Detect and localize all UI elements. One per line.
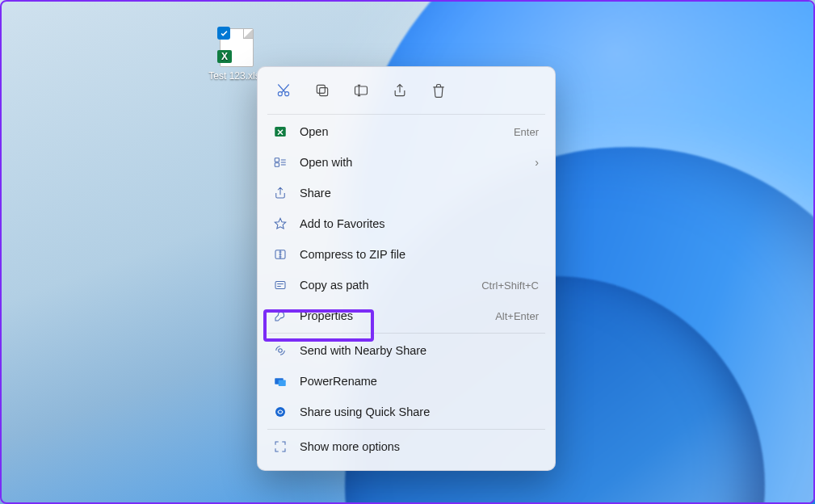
svg-rect-6 xyxy=(275,158,279,162)
wrench-icon xyxy=(272,308,288,324)
chevron-right-icon: › xyxy=(535,156,539,169)
menu-item-label: Properties xyxy=(300,309,484,322)
menu-item-compress[interactable]: Compress to ZIP file xyxy=(263,239,550,270)
svg-rect-3 xyxy=(317,85,325,93)
menu-item-label: Compress to ZIP file xyxy=(300,248,539,261)
menu-item-hint: Alt+Enter xyxy=(495,310,539,322)
menu-item-label: Send with Nearby Share xyxy=(300,344,539,357)
quick-actions-row xyxy=(263,74,550,112)
menu-item-hint: Enter xyxy=(514,126,539,138)
svg-rect-12 xyxy=(279,380,286,387)
svg-point-1 xyxy=(285,92,289,96)
star-icon xyxy=(272,216,288,232)
menu-item-powerrename[interactable]: PowerRename xyxy=(263,366,550,397)
menu-item-open[interactable]: Open Enter xyxy=(263,116,550,147)
separator xyxy=(267,429,545,430)
menu-item-label: Show more options xyxy=(300,440,539,453)
quick-share-icon xyxy=(272,404,288,420)
menu-item-nearby-share[interactable]: Send with Nearby Share xyxy=(263,335,550,366)
share-button[interactable] xyxy=(384,77,416,104)
svg-point-13 xyxy=(275,407,285,417)
zip-icon xyxy=(272,246,288,262)
share-icon xyxy=(272,185,288,201)
svg-point-10 xyxy=(279,349,283,353)
separator xyxy=(267,114,545,115)
open-with-icon xyxy=(272,154,288,170)
expand-icon xyxy=(272,439,288,455)
menu-item-label: Share xyxy=(300,187,539,200)
svg-rect-7 xyxy=(275,163,279,167)
menu-item-copy-path[interactable]: Copy as path Ctrl+Shift+C xyxy=(263,270,550,300)
svg-rect-4 xyxy=(355,86,368,94)
separator xyxy=(267,333,545,334)
copy-path-icon xyxy=(272,277,288,293)
cut-button[interactable] xyxy=(267,77,300,104)
powerrename-icon xyxy=(272,373,288,389)
copy-button[interactable] xyxy=(306,77,338,104)
svg-rect-9 xyxy=(275,282,285,289)
menu-item-label: Open xyxy=(300,125,502,138)
menu-item-hint: Ctrl+Shift+C xyxy=(481,279,539,292)
menu-item-label: Add to Favorites xyxy=(300,217,539,230)
context-menu: Open Enter Open with › Share Add to Favo… xyxy=(257,66,556,471)
menu-item-label: Copy as path xyxy=(300,279,470,292)
menu-item-label: PowerRename xyxy=(300,375,539,388)
menu-item-share[interactable]: Share xyxy=(263,178,550,208)
excel-file-icon: X xyxy=(220,28,254,67)
menu-item-label: Share using Quick Share xyxy=(300,405,539,418)
svg-rect-2 xyxy=(320,88,328,96)
menu-item-more-options[interactable]: Show more options xyxy=(263,431,550,462)
menu-item-label: Open with xyxy=(300,156,523,169)
delete-button[interactable] xyxy=(422,77,455,104)
excel-icon xyxy=(272,124,288,140)
menu-item-favorites[interactable]: Add to Favorites xyxy=(263,208,550,239)
menu-item-open-with[interactable]: Open with › xyxy=(263,147,550,178)
menu-item-properties[interactable]: Properties Alt+Enter xyxy=(263,300,550,331)
rename-button[interactable] xyxy=(345,77,377,104)
nearby-share-icon xyxy=(272,342,288,359)
menu-item-quick-share[interactable]: Share using Quick Share xyxy=(263,397,550,427)
svg-point-0 xyxy=(278,92,282,96)
sync-check-icon xyxy=(217,27,230,40)
